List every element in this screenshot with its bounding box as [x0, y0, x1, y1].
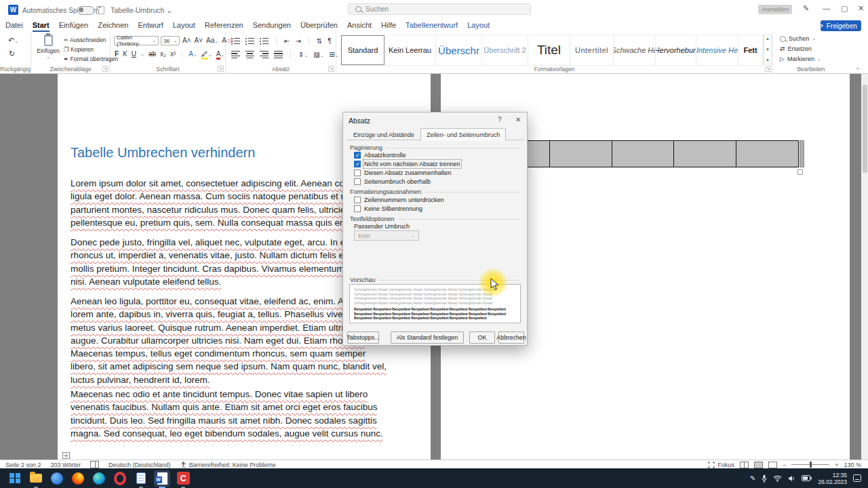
taskbar-clock[interactable]: 12:35 26.02.2023 — [818, 472, 847, 485]
checkbox-unchecked-icon[interactable] — [354, 169, 361, 176]
style-hervorhebung[interactable]: Hervorhebur. — [656, 35, 696, 65]
signin-button[interactable]: Anmelden — [758, 5, 792, 14]
option-zeilennummern[interactable]: Zeilennummern unterdrücken — [354, 197, 444, 203]
language-indicator[interactable]: Deutsch (Deutschland) — [108, 462, 171, 468]
focus-mode-button[interactable]: Fokus — [708, 462, 734, 468]
print-layout-button[interactable] — [754, 462, 763, 468]
italic-button[interactable]: K — [123, 50, 127, 58]
checkbox-checked-icon[interactable] — [354, 152, 361, 159]
thunderbird-icon[interactable] — [49, 470, 65, 487]
option-nicht-trennen[interactable]: Nicht vom nächsten Absatz trennen — [354, 161, 460, 167]
ink-icon[interactable]: ✎ — [803, 4, 809, 13]
paragraph-2[interactable]: Donec pede justo, fringilla vel, aliquet… — [71, 236, 384, 288]
tab-sendungen[interactable]: Sendungen — [253, 21, 291, 29]
collapse-ribbon-button[interactable]: ⌄ — [855, 64, 861, 70]
sort-button[interactable]: ⇅ — [317, 37, 322, 45]
tab-einfuegen[interactable]: Einfügen — [59, 21, 88, 29]
style-standard[interactable]: Standard — [341, 35, 384, 65]
paragraph-dialog-launcher[interactable]: ↘ — [328, 66, 334, 72]
tight-wrap-dropdown[interactable]: Kein ⌄ — [354, 230, 419, 241]
redo-button[interactable]: ↻ — [9, 49, 15, 58]
notepad-icon[interactable] — [133, 470, 149, 487]
shrink-font-button[interactable]: A˅ — [195, 37, 203, 44]
read-mode-button[interactable] — [740, 462, 749, 468]
paragraph-1[interactable]: Lorem ipsum dolor sit amet, consectetuer… — [71, 177, 384, 229]
zoom-out-button[interactable]: − — [783, 462, 786, 468]
option-seitenumbruch-oberhalb[interactable]: Seitenumbruch oberhalb — [354, 178, 431, 185]
scrollbar-thumb[interactable] — [863, 85, 867, 173]
numbered-list-button[interactable] — [245, 38, 254, 45]
cut-button[interactable]: ✂ Ausschneiden — [64, 37, 106, 43]
document-title[interactable]: Tabelle-Umbruch ⌄ — [111, 6, 172, 14]
bullet-list-button[interactable] — [231, 38, 240, 45]
font-color-button[interactable]: A⌄ — [216, 50, 225, 58]
table-cell[interactable] — [612, 141, 675, 167]
change-case-button[interactable]: Aa⌄ — [206, 37, 218, 44]
style-ueberschrift-1[interactable]: Überschr — [436, 35, 482, 65]
tab-layout[interactable]: Layout — [173, 21, 195, 29]
font-dialog-launcher[interactable]: ↘ — [218, 66, 224, 72]
zoom-slider-thumb[interactable] — [810, 462, 812, 468]
styles-dialog-launcher[interactable]: ↘ — [765, 66, 771, 72]
word-count[interactable]: 203 Wörter — [51, 462, 81, 468]
start-button[interactable] — [7, 470, 23, 487]
table-row-selected[interactable] — [487, 140, 799, 167]
replace-button[interactable]: ⇄Ersetzen — [780, 45, 812, 52]
close-button[interactable]: ✕ — [858, 4, 864, 13]
tab-datei[interactable]: Datei — [5, 21, 23, 29]
copy-button[interactable]: ❐ Kopieren — [64, 46, 94, 53]
minimize-button[interactable]: — — [823, 4, 830, 12]
tab-ueberpruefen[interactable]: Überprüfen — [300, 21, 338, 29]
word-taskbar-icon[interactable] — [154, 470, 170, 487]
underline-button[interactable]: U — [132, 50, 136, 58]
autosave-toggle[interactable] — [77, 6, 94, 15]
word-logo-icon[interactable]: W — [8, 5, 18, 15]
grow-font-button[interactable]: A˄ — [182, 37, 191, 44]
superscript-button[interactable]: x² — [170, 50, 176, 58]
justify-button[interactable] — [274, 51, 283, 58]
text-effects-button[interactable]: A⌄ — [189, 50, 197, 58]
style-kein-leerraum[interactable]: Kein Leerrau — [384, 35, 436, 65]
strikethrough-button[interactable]: ab — [149, 50, 156, 58]
style-ueberschrift-2[interactable]: Überschrift 2 — [482, 35, 528, 65]
zoom-in-button[interactable]: + — [835, 462, 838, 468]
styles-scroll-down[interactable]: ▼ — [766, 47, 770, 52]
save-icon[interactable] — [96, 6, 104, 14]
zoom-slider[interactable] — [791, 464, 829, 465]
clipboard-dialog-launcher[interactable]: ↘ — [102, 66, 108, 72]
style-untertitel[interactable]: Untertitel — [570, 35, 614, 65]
table-cell[interactable] — [736, 141, 798, 167]
table-resize-handle[interactable] — [797, 169, 803, 175]
dialog-tab-zeilenumbruch[interactable]: Zeilen- und Seitenumbruch — [420, 128, 506, 141]
tabstops-button[interactable]: Tabstopps... — [347, 331, 379, 344]
tab-ansicht[interactable]: Ansicht — [347, 21, 372, 29]
table-cell[interactable] — [674, 141, 736, 167]
tab-tabellenentwurf[interactable]: Tabellenentwurf — [406, 21, 458, 29]
firefox-icon[interactable] — [70, 470, 86, 487]
speaker-icon[interactable] — [788, 475, 795, 482]
search-input[interactable]: Suchen — [348, 3, 531, 15]
option-absatzkontrolle[interactable]: Absatzkontrolle — [354, 152, 406, 159]
font-size-combo[interactable]: 36⌄ — [161, 36, 180, 45]
bold-button[interactable]: F — [115, 50, 119, 58]
select-button[interactable]: ▷Markieren⌄ — [780, 56, 821, 62]
opera-icon[interactable] — [112, 470, 128, 487]
style-intensive-hervorhebung[interactable]: Intensive He — [696, 35, 738, 65]
tab-start[interactable]: Start — [33, 21, 50, 29]
pen-tray-icon[interactable]: ✎ — [750, 474, 755, 482]
style-titel[interactable]: Titel — [528, 35, 570, 65]
align-left-button[interactable] — [231, 51, 240, 58]
styles-scroll-up[interactable]: ▲ — [766, 37, 770, 41]
find-button[interactable]: Suchen⌄ — [780, 35, 816, 42]
wifi-icon[interactable] — [773, 475, 782, 482]
zoom-level[interactable]: 130 % — [844, 462, 861, 468]
line-spacing-button[interactable]: ⇕⌄ — [298, 51, 308, 58]
document-heading[interactable]: Tabelle Umbrechen verhindern — [71, 145, 255, 161]
option-zusammenhalten[interactable]: Diesen Absatz zusammenhalten — [354, 169, 452, 176]
checkbox-unchecked-icon[interactable] — [354, 197, 361, 203]
notification-center-icon[interactable] — [853, 474, 861, 482]
share-button[interactable]: ⇗ Freigeben ⌄ — [821, 20, 861, 31]
styles-gallery-expand[interactable]: ▼̱ — [766, 58, 770, 62]
camtasia-icon[interactable]: C — [175, 470, 191, 487]
file-explorer-icon[interactable] — [28, 470, 44, 487]
